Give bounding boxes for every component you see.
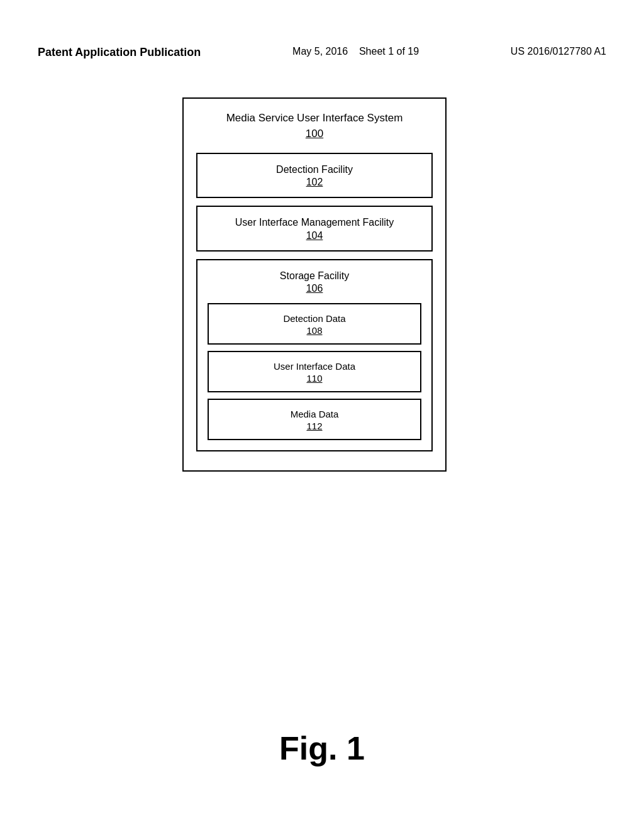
date-sheet-label: May 5, 2016 Sheet 1 of 19 xyxy=(292,46,419,57)
date-label: May 5, 2016 xyxy=(292,46,348,57)
ui-management-facility-box: User Interface Management Facility 104 xyxy=(196,206,433,251)
diagram-container: Media Service User Interface System 100 … xyxy=(182,97,447,472)
system-number: 100 xyxy=(196,128,433,140)
media-data-number: 112 xyxy=(218,421,411,431)
ui-data-title: User Interface Data xyxy=(218,360,411,373)
figure-label: Fig. 1 xyxy=(0,729,644,767)
detection-data-number: 108 xyxy=(218,325,411,336)
detection-facility-title: Detection Facility xyxy=(208,163,421,177)
ui-management-facility-number: 104 xyxy=(208,230,421,241)
media-data-title: Media Data xyxy=(218,407,411,421)
detection-facility-number: 102 xyxy=(208,177,421,188)
storage-facility-box: Storage Facility 106 Detection Data 108 … xyxy=(196,259,433,451)
storage-facility-number: 106 xyxy=(208,283,421,294)
detection-data-box: Detection Data 108 xyxy=(208,303,421,345)
patent-number-label: US 2016/0127780 A1 xyxy=(511,46,606,57)
ui-data-box: User Interface Data 110 xyxy=(208,351,421,392)
sheet-label: Sheet 1 of 19 xyxy=(359,46,419,57)
publication-label: Patent Application Publication xyxy=(38,46,201,59)
page-header: Patent Application Publication May 5, 20… xyxy=(0,46,644,59)
ui-management-facility-title: User Interface Management Facility xyxy=(208,216,421,230)
detection-facility-box: Detection Facility 102 xyxy=(196,153,433,198)
system-title: Media Service User Interface System xyxy=(196,111,433,125)
ui-data-number: 110 xyxy=(218,373,411,384)
storage-facility-title: Storage Facility xyxy=(208,269,421,283)
media-data-box: Media Data 112 xyxy=(208,399,421,440)
detection-data-title: Detection Data xyxy=(218,312,411,325)
